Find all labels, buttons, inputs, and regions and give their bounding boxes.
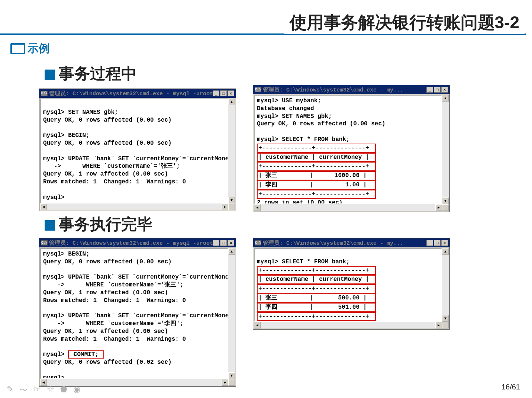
horizontal-scrollbar[interactable]: ◀▶ bbox=[254, 204, 442, 211]
maximize-button[interactable]: □ bbox=[434, 240, 441, 246]
titlebar[interactable]: C:\ 管理员: C:\Windows\system32\cmd.exe - m… bbox=[253, 85, 449, 94]
horizontal-scrollbar[interactable]: ◀▶ bbox=[40, 203, 228, 210]
section1-text: 事务过程中 bbox=[59, 65, 137, 82]
minimize-button[interactable]: _ bbox=[426, 87, 433, 93]
section2-text: 事务执行完毕 bbox=[59, 215, 152, 233]
cmd-window-2: C:\ 管理员: C:\Windows\system32\cmd.exe - m… bbox=[253, 85, 450, 212]
cmd-window-3: C:\ 管理员: C:\Windows\system32\cmd.exe - m… bbox=[39, 238, 236, 387]
resize-grip[interactable] bbox=[442, 204, 449, 211]
title-text: 管理员: C:\Windows\system32\cmd.exe - mysql… bbox=[49, 90, 213, 97]
vertical-scrollbar[interactable]: ▲▼ bbox=[228, 99, 235, 203]
scroll-right-icon[interactable]: ▶ bbox=[222, 203, 228, 210]
close-button[interactable]: × bbox=[228, 240, 234, 246]
minimize-button[interactable]: _ bbox=[426, 240, 433, 246]
example-tag: 示例 bbox=[10, 41, 50, 56]
title-text: 管理员: C:\Windows\system32\cmd.exe - my... bbox=[263, 240, 426, 247]
bullet-square-icon bbox=[45, 220, 55, 231]
resize-grip[interactable] bbox=[442, 322, 449, 328]
scroll-right-icon[interactable]: ▶ bbox=[435, 322, 442, 328]
example-label: 示例 bbox=[28, 41, 50, 56]
cmd-window-4: C:\ 管理员: C:\Windows\system32\cmd.exe - m… bbox=[253, 238, 450, 330]
scroll-right-icon[interactable]: ▶ bbox=[435, 204, 442, 211]
footer-tool-icon[interactable]: ◉ bbox=[73, 385, 80, 396]
title-text: 管理员: C:\Windows\system32\cmd.exe - mysql… bbox=[49, 240, 213, 247]
vertical-scrollbar[interactable]: ▲▼ bbox=[228, 248, 235, 379]
page-title: 使用事务解决银行转账问题3-2 bbox=[284, 11, 525, 34]
terminal-output[interactable]: mysql> BEGIN; Query OK, 0 rows affected … bbox=[40, 248, 228, 379]
monitor-icon bbox=[10, 43, 25, 54]
terminal-output[interactable]: mysql> USE mybank; Database changed mysq… bbox=[254, 95, 442, 204]
scroll-down-icon[interactable]: ▼ bbox=[442, 315, 449, 322]
cmd-icon: C:\ bbox=[255, 240, 261, 245]
maximize-button[interactable]: □ bbox=[220, 240, 227, 246]
page-number: 16/61 bbox=[502, 383, 520, 391]
minimize-button[interactable]: _ bbox=[213, 240, 219, 246]
close-button[interactable]: × bbox=[441, 240, 448, 246]
cmd-icon: C:\ bbox=[41, 91, 48, 96]
scroll-up-icon[interactable]: ▲ bbox=[442, 248, 449, 255]
scroll-left-icon[interactable]: ◀ bbox=[40, 203, 47, 210]
footer-tool-icon[interactable]: ⬟ bbox=[60, 385, 67, 396]
horizontal-scrollbar[interactable]: ◀▶ bbox=[254, 322, 442, 328]
minimize-button[interactable]: _ bbox=[213, 90, 219, 96]
cmd-icon: C:\ bbox=[255, 87, 261, 92]
titlebar[interactable]: C:\ 管理员: C:\Windows\system32\cmd.exe - m… bbox=[39, 238, 236, 247]
titlebar[interactable]: C:\ 管理员: C:\Windows\system32\cmd.exe - m… bbox=[253, 238, 449, 247]
cmd-icon: C:\ bbox=[41, 240, 48, 245]
scroll-down-icon[interactable]: ▼ bbox=[442, 198, 449, 204]
cmd-window-1: C:\ 管理员: C:\Windows\system32\cmd.exe - m… bbox=[39, 89, 236, 211]
terminal-output[interactable]: mysql> SELECT * FROM bank; +------------… bbox=[254, 248, 442, 322]
maximize-button[interactable]: □ bbox=[220, 90, 227, 96]
titlebar[interactable]: C:\ 管理员: C:\Windows\system32\cmd.exe - m… bbox=[39, 89, 236, 98]
footer-tool-icon[interactable]: ☞ bbox=[33, 385, 41, 396]
scroll-up-icon[interactable]: ▲ bbox=[228, 99, 235, 105]
scroll-up-icon[interactable]: ▲ bbox=[442, 95, 449, 102]
footer-tool-icon[interactable]: 〜 bbox=[19, 385, 28, 396]
scroll-down-icon[interactable]: ▼ bbox=[228, 372, 235, 379]
scroll-left-icon[interactable]: ◀ bbox=[254, 322, 261, 328]
scroll-left-icon[interactable]: ◀ bbox=[254, 204, 261, 211]
footer-toolbar: ✎〜☞☆⬟◉ bbox=[7, 385, 80, 396]
bullet-square-icon bbox=[45, 70, 55, 80]
scroll-right-icon[interactable]: ▶ bbox=[222, 379, 228, 386]
section-heading-1: 事务过程中 bbox=[45, 63, 137, 84]
maximize-button[interactable]: □ bbox=[434, 87, 441, 93]
title-text: 管理员: C:\Windows\system32\cmd.exe - my... bbox=[263, 86, 426, 93]
scroll-down-icon[interactable]: ▼ bbox=[228, 197, 235, 203]
resize-grip[interactable] bbox=[228, 203, 235, 210]
close-button[interactable]: × bbox=[441, 87, 448, 93]
vertical-scrollbar[interactable]: ▲▼ bbox=[442, 248, 449, 322]
section-heading-2: 事务执行完毕 bbox=[45, 214, 152, 235]
vertical-scrollbar[interactable]: ▲▼ bbox=[442, 95, 449, 204]
footer-tool-icon[interactable]: ☆ bbox=[47, 385, 54, 396]
footer-tool-icon[interactable]: ✎ bbox=[7, 385, 13, 396]
close-button[interactable]: × bbox=[228, 90, 234, 96]
scroll-up-icon[interactable]: ▲ bbox=[228, 248, 235, 255]
resize-grip[interactable] bbox=[228, 379, 235, 386]
terminal-output[interactable]: mysql> SET NAMES gbk; Query OK, 0 rows a… bbox=[40, 99, 228, 203]
